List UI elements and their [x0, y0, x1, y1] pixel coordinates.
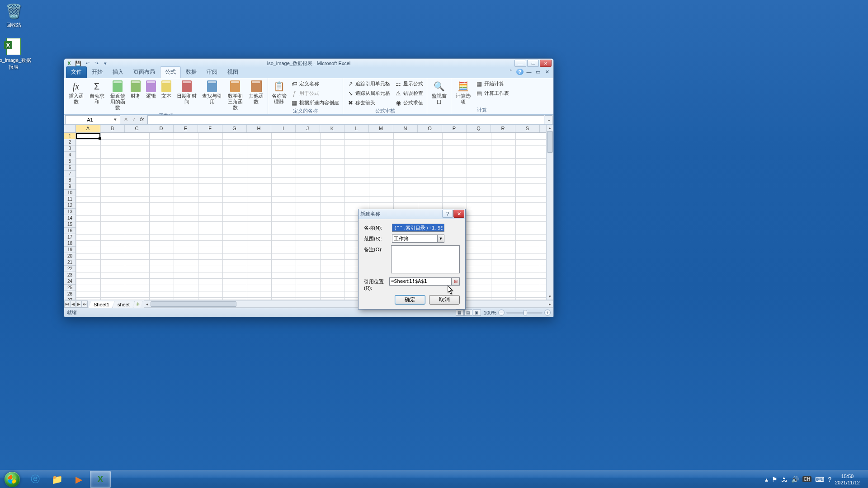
- zoom-percent[interactable]: 100%: [484, 310, 496, 315]
- refers-to-input[interactable]: =Sheet1!$A$1: [389, 277, 452, 286]
- column-header[interactable]: K: [320, 125, 344, 132]
- scroll-down-icon[interactable]: ▾: [547, 293, 553, 300]
- row-header[interactable]: 24: [64, 278, 75, 285]
- zoom-in-button[interactable]: +: [544, 310, 551, 316]
- column-header[interactable]: G: [222, 125, 247, 132]
- create-from-selection-button[interactable]: ▦根据所选内容创建: [289, 98, 341, 107]
- define-name-button[interactable]: 🏷定义名称: [289, 79, 341, 88]
- column-header[interactable]: P: [442, 125, 467, 132]
- column-header[interactable]: R: [491, 125, 515, 132]
- doc-minimize-button[interactable]: —: [525, 69, 533, 75]
- worksheet-grid[interactable]: ABCDEFGHIJKLMNOPQRS 12345678910111213141…: [64, 125, 553, 300]
- column-header[interactable]: C: [125, 125, 149, 132]
- logical-button[interactable]: 逻辑: [144, 79, 158, 100]
- zoom-slider-knob[interactable]: [524, 310, 527, 315]
- row-header[interactable]: 12: [64, 202, 75, 209]
- trace-dependents-button[interactable]: ↘追踪从属单元格: [345, 89, 392, 98]
- taskbar-ie[interactable]: ⓔ: [25, 471, 46, 488]
- column-header[interactable]: L: [344, 125, 369, 132]
- row-header[interactable]: 25: [64, 285, 75, 291]
- close-button[interactable]: ✕: [540, 60, 552, 67]
- column-header[interactable]: N: [393, 125, 418, 132]
- column-header[interactable]: A: [76, 125, 100, 132]
- taskbar-explorer[interactable]: 📁: [47, 471, 67, 488]
- scroll-left-icon[interactable]: ◂: [144, 301, 151, 307]
- row-headers[interactable]: 1234567891011121314151617181920212223242…: [64, 133, 76, 300]
- error-check-button[interactable]: ⚠错误检查: [393, 89, 425, 98]
- tray-overflow-icon[interactable]: ▴: [765, 476, 768, 483]
- row-header[interactable]: 22: [64, 266, 75, 272]
- minimize-button[interactable]: —: [514, 60, 526, 67]
- row-header[interactable]: 18: [64, 240, 75, 247]
- redo-icon[interactable]: ↷: [93, 60, 99, 66]
- cancel-button[interactable]: 取消: [429, 295, 460, 305]
- lookup-button[interactable]: 查找与引用: [200, 79, 224, 106]
- row-header[interactable]: 2: [64, 139, 75, 145]
- math-trig-button[interactable]: 数学和三角函数: [225, 79, 245, 112]
- column-header[interactable]: M: [369, 125, 393, 132]
- tray-flag-icon[interactable]: ⚑: [772, 476, 778, 483]
- formula-bar[interactable]: [147, 115, 544, 124]
- row-header[interactable]: 6: [64, 164, 75, 171]
- dialog-help-button[interactable]: ?: [442, 210, 453, 218]
- sheet-nav-first-icon[interactable]: ⏮: [64, 300, 70, 308]
- vscroll-thumb[interactable]: [547, 131, 553, 153]
- help-icon[interactable]: ?: [516, 69, 524, 75]
- column-header[interactable]: B: [100, 125, 125, 132]
- row-header[interactable]: 10: [64, 190, 75, 196]
- name-manager-button[interactable]: 📋名称管理器: [270, 79, 288, 106]
- trace-precedents-button[interactable]: ↗追踪引用单元格: [345, 79, 392, 88]
- row-header[interactable]: 5: [64, 158, 75, 164]
- calculate-now-button[interactable]: ▦开始计算: [474, 79, 511, 88]
- show-formulas-button[interactable]: ⚏显示公式: [393, 79, 425, 88]
- column-header[interactable]: O: [418, 125, 442, 132]
- undo-icon[interactable]: ↶: [84, 60, 90, 66]
- tray-ime-pad-icon[interactable]: ⌨: [815, 476, 824, 483]
- select-all-corner[interactable]: [64, 125, 76, 133]
- column-headers[interactable]: ABCDEFGHIJKLMNOPQRS: [76, 125, 546, 133]
- row-header[interactable]: 3: [64, 145, 75, 152]
- financial-button[interactable]: 财务: [128, 79, 143, 100]
- tray-ime-help-icon[interactable]: ?: [828, 476, 831, 483]
- use-in-formula-button[interactable]: ƒ用于公式: [289, 89, 341, 98]
- zoom-out-button[interactable]: −: [498, 310, 505, 316]
- row-header[interactable]: 27: [64, 297, 75, 300]
- qat-dropdown-icon[interactable]: ▾: [102, 60, 108, 66]
- remove-arrows-button[interactable]: ✖移去箭头: [345, 98, 392, 107]
- tray-volume-icon[interactable]: 🔊: [791, 476, 799, 483]
- name-input[interactable]: [392, 224, 444, 232]
- cells-area[interactable]: [76, 133, 546, 300]
- doc-close-button[interactable]: ✕: [543, 69, 551, 75]
- horizontal-scrollbar[interactable]: ◂ ▸: [144, 300, 553, 308]
- insert-function-button[interactable]: fx插入函数: [66, 79, 86, 106]
- desktop-recycle-bin[interactable]: 🗑️ 回收站: [0, 2, 32, 28]
- row-header[interactable]: 15: [64, 221, 75, 228]
- scope-select[interactable]: 工作簿 ▼: [392, 235, 444, 243]
- scroll-right-icon[interactable]: ▸: [547, 301, 553, 307]
- sheet-tab-sheet[interactable]: sheet: [113, 301, 135, 308]
- ok-button[interactable]: 确定: [395, 295, 425, 305]
- name-box[interactable]: A1 ▾: [65, 115, 120, 124]
- tab-file[interactable]: 文件: [66, 66, 87, 78]
- column-header[interactable]: S: [515, 125, 540, 132]
- row-header[interactable]: 23: [64, 272, 75, 278]
- tab-view[interactable]: 视图: [222, 66, 243, 78]
- zoom-slider[interactable]: [506, 312, 542, 314]
- tab-formulas[interactable]: 公式: [160, 66, 181, 78]
- formula-bar-expand-icon[interactable]: ⌄: [545, 115, 552, 124]
- desktop-excel-file[interactable]: iso_image_数据报表: [0, 38, 32, 70]
- tab-insert[interactable]: 插入: [108, 66, 128, 78]
- sheet-nav-next-icon[interactable]: ▶: [76, 300, 82, 308]
- name-box-dropdown-icon[interactable]: ▾: [113, 117, 118, 122]
- column-header[interactable]: F: [198, 125, 222, 132]
- row-header[interactable]: 1: [64, 133, 75, 139]
- taskbar-media-player[interactable]: ▶: [68, 471, 89, 488]
- column-header[interactable]: I: [271, 125, 296, 132]
- tab-layout[interactable]: 页面布局: [128, 66, 160, 78]
- insert-function-icon[interactable]: fx: [138, 117, 146, 122]
- vertical-scrollbar[interactable]: ▴ ▾: [546, 125, 553, 300]
- column-header[interactable]: H: [247, 125, 271, 132]
- hscroll-thumb[interactable]: [151, 301, 236, 307]
- recent-functions-button[interactable]: 最近使用的函数: [108, 79, 127, 112]
- row-header[interactable]: 4: [64, 152, 75, 158]
